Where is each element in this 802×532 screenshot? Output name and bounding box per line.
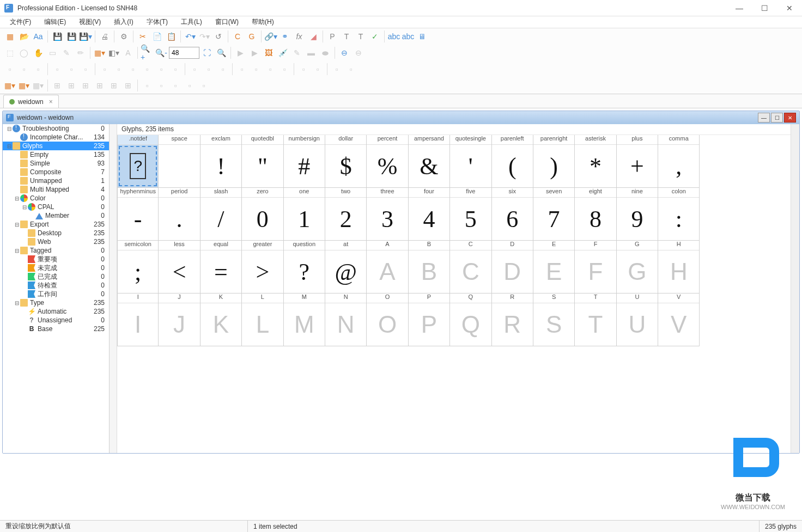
open-icon[interactable]: 📂 [17, 30, 31, 43]
tree-row[interactable]: ⚡Automatic235 [3, 307, 109, 316]
glyph-cell[interactable]: seven7 [533, 188, 575, 241]
glyph-cell[interactable]: five5 [450, 188, 491, 241]
glyph-cell[interactable]: .notdef? [117, 135, 159, 188]
glyph-cell[interactable]: VV [658, 293, 700, 346]
tree-toggle-icon[interactable]: ⊟ [6, 126, 13, 132]
tree-row[interactable]: Member0 [3, 211, 109, 220]
color-pick-icon[interactable]: ▦▾ [93, 46, 106, 59]
glyph-cell[interactable]: numbersign# [284, 135, 325, 188]
eraser-icon[interactable]: ◢ [307, 30, 320, 43]
tree-toggle-icon[interactable]: ⊟ [14, 195, 20, 201]
zoom-in-icon[interactable]: 🔍+ [141, 46, 154, 59]
glyph-scrollbar[interactable] [791, 124, 799, 453]
tree-row[interactable]: Empty135 [3, 150, 109, 159]
tree-toggle-icon[interactable]: ⊟ [14, 222, 20, 228]
script-p-icon[interactable]: P [326, 30, 339, 43]
abc1-icon[interactable]: abc [387, 30, 400, 43]
hand-icon[interactable]: ✋ [32, 46, 45, 59]
glyph-cell[interactable]: question? [284, 241, 325, 293]
glyph-cell[interactable]: three3 [367, 188, 408, 241]
tree-row[interactable]: 工作间0 [3, 290, 109, 298]
gradient-icon[interactable]: ◧▾ [107, 46, 120, 59]
menu-item[interactable]: 工具(L) [175, 16, 208, 28]
grid1-icon[interactable]: ▦▾ [3, 79, 16, 92]
glyph-cell[interactable]: one1 [284, 188, 325, 241]
glyph-cell[interactable]: greater> [242, 241, 283, 293]
glyph-cell[interactable]: plus+ [617, 135, 658, 188]
abc2-icon[interactable]: abc [402, 30, 415, 43]
glyph-cell[interactable]: DD [492, 241, 533, 293]
tree-row[interactable]: ⊟Export235 [3, 220, 109, 229]
glyph-cell[interactable]: EE [533, 241, 575, 293]
glyph-cell[interactable]: UU [617, 293, 658, 346]
tab-close-icon[interactable]: × [49, 98, 53, 106]
menu-item[interactable]: 视图(V) [74, 16, 106, 28]
oval-icon[interactable]: ⬬ [319, 46, 332, 59]
link-icon[interactable]: 🔗▾ [264, 30, 277, 43]
tree-row[interactable]: Multi Mapped4 [3, 185, 109, 194]
glyph-cell[interactable]: FF [575, 241, 616, 293]
glyph-cell[interactable]: NN [325, 293, 367, 346]
cursor1-icon[interactable]: ▶ [234, 46, 247, 59]
launch-icon[interactable]: ⚙ [117, 30, 130, 43]
tree-row[interactable]: Simple93 [3, 159, 109, 168]
undo-icon[interactable]: ↶▾ [184, 30, 197, 43]
tree-row[interactable]: Composite7 [3, 168, 109, 176]
glyph-cell[interactable]: comma, [658, 135, 700, 188]
lasso-icon[interactable]: ◯ [17, 46, 31, 59]
glyph-cell[interactable]: HH [658, 241, 700, 293]
menu-item[interactable]: 字体(T) [141, 16, 173, 28]
tree-row[interactable]: 已完成0 [3, 272, 109, 281]
glyph-cell[interactable]: asterisk* [575, 135, 616, 188]
tree-row[interactable]: ⊟Tagged0 [3, 246, 109, 255]
nav-prev-icon[interactable]: ⊖ [338, 46, 351, 59]
glyph-cell[interactable]: PP [409, 293, 450, 346]
cursor2-icon[interactable]: ▶ [248, 46, 261, 59]
glyph-cell[interactable]: two2 [325, 188, 367, 241]
save-as-icon[interactable]: 💾▾ [79, 30, 92, 43]
script-t-icon[interactable]: T [340, 30, 353, 43]
pencil-icon[interactable]: ✏ [74, 46, 87, 59]
glyph-grid[interactable]: .notdef?space exclam!quotedbl"numbersign… [117, 135, 791, 453]
tree-row[interactable]: Unmapped1 [3, 176, 109, 185]
glyph-cell[interactable]: GG [617, 241, 658, 293]
menu-item[interactable]: 帮助(H) [246, 16, 280, 28]
paste-icon[interactable]: 📋 [165, 30, 178, 43]
glyph-cell[interactable]: JJ [159, 293, 200, 346]
tree-row[interactable]: Web235 [3, 237, 109, 246]
save-icon[interactable]: 💾 [51, 30, 64, 43]
glyph-cell[interactable]: percent% [367, 135, 408, 188]
glyph-cell[interactable]: parenleft( [492, 135, 533, 188]
glyph-cell[interactable]: QQ [450, 293, 491, 346]
rect-icon[interactable]: ▬ [305, 46, 318, 59]
image-icon[interactable]: 🖼 [262, 46, 275, 59]
tree-panel[interactable]: ⊟Troubleshooting0Incomplete Char...134⊟G… [3, 124, 110, 453]
glyph-cell[interactable]: KK [200, 293, 242, 346]
glyph-cell[interactable]: ampersand& [409, 135, 450, 188]
zoom-fit-icon[interactable]: ⛶ [200, 46, 214, 59]
zoom-reset-icon[interactable]: 🔍 [215, 46, 228, 59]
tree-row[interactable]: ?Unassigned0 [3, 316, 109, 325]
glyph-cell[interactable]: space [159, 135, 200, 188]
glyph-cell[interactable]: less< [159, 241, 200, 293]
glyph-cell[interactable]: four4 [409, 188, 450, 241]
align1-icon[interactable]: ▫ [3, 63, 16, 76]
glyph-cell[interactable]: RR [492, 293, 533, 346]
inner-close-button[interactable]: ✕ [784, 113, 796, 123]
dropper-icon[interactable]: 💉 [276, 46, 289, 59]
tree-row[interactable]: 未完成0 [3, 264, 109, 272]
glyph-cell[interactable]: period. [159, 188, 200, 241]
script-t2-icon[interactable]: T [354, 30, 367, 43]
zoom-out-icon[interactable]: 🔍- [155, 46, 168, 59]
tree-row[interactable]: 待检查0 [3, 281, 109, 290]
tree-toggle-icon[interactable]: ⊟ [14, 300, 20, 306]
inner-maximize-button[interactable]: ☐ [771, 113, 783, 123]
glyph-cell[interactable]: quotedbl" [242, 135, 283, 188]
cut-icon[interactable]: ✂ [136, 30, 149, 43]
glyph-cell[interactable]: slash/ [200, 188, 242, 241]
glyph-cell[interactable]: eight8 [575, 188, 616, 241]
menu-item[interactable]: 文件(F) [4, 16, 37, 28]
tree-toggle-icon[interactable]: ⊟ [21, 204, 28, 210]
copy-icon[interactable]: 📄 [150, 30, 163, 43]
glyph-cell[interactable]: II [117, 293, 159, 346]
